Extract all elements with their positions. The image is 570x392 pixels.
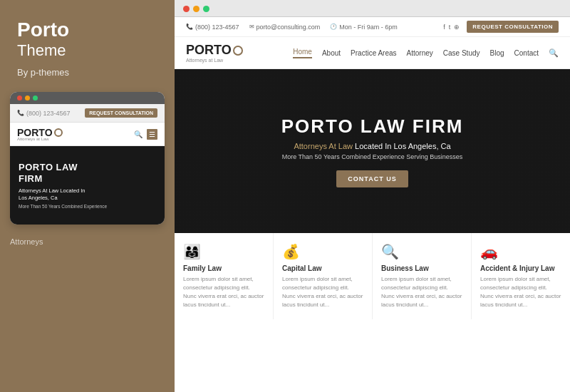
capital-law-title: Capital Law: [282, 264, 363, 272]
mobile-info-bar: 📞 (800) 123-4567 REQUEST CONSULTATION: [10, 104, 165, 123]
social-links: f t ⊕: [443, 24, 460, 31]
capital-law-icon: 💰: [282, 243, 363, 260]
browser-chrome: [175, 0, 570, 17]
mobile-logo-sub: Attorneys at Law: [17, 137, 63, 141]
request-consultation-button[interactable]: REQUEST CONSULTATION: [467, 21, 559, 33]
left-panel: Porto Theme By p-themes 📞 (800) 123-4567…: [0, 0, 175, 392]
instagram-icon[interactable]: ⊕: [454, 24, 460, 31]
mobile-dot-red: [17, 96, 22, 100]
nav-link-home[interactable]: Home: [293, 48, 312, 58]
by-line: By p-themes: [17, 67, 157, 78]
hero-title: PORTO LAW FIRM: [281, 115, 464, 138]
nav-bar: PORTO Attorneys at Law Home About Practi…: [175, 37, 570, 69]
service-card-accident: 🚗 Accident & Injury Law Lorem ipsum dolo…: [472, 233, 570, 319]
nav-link-contact[interactable]: Contact: [514, 49, 539, 57]
mobile-menu-icon[interactable]: ☰: [147, 129, 157, 140]
mobile-dot-green: [33, 96, 38, 100]
hours-info: 🕐 Mon - Fri 9am - 6pm: [330, 24, 398, 31]
mobile-browser-bar: [10, 92, 165, 104]
service-card-business: 🔍 Business Law Lorem ipsum dolor sit ame…: [373, 233, 472, 319]
mobile-phone-number: 📞 (800) 123-4567: [17, 110, 71, 117]
website-preview: 📞 (800) 123-4567 ✉ porto@consulting.com …: [175, 17, 570, 392]
hero-attorneys-text: Attorneys At Law: [294, 142, 353, 150]
capital-law-text: Lorem ipsum dolor sit amet, consectetur …: [282, 275, 363, 309]
logo-main: PORTO: [186, 43, 243, 58]
right-panel: 📞 (800) 123-4567 ✉ porto@consulting.com …: [175, 0, 570, 392]
nav-link-about[interactable]: About: [322, 49, 341, 57]
family-law-icon: 👨‍👩‍👧: [183, 243, 264, 260]
mobile-hero-subtitle: Attorneys At Law Located In Los Angeles,…: [19, 187, 156, 202]
business-law-icon: 🔍: [381, 243, 462, 260]
family-law-title: Family Law: [183, 264, 264, 272]
nav-link-casestudy[interactable]: Case Study: [443, 49, 480, 57]
email-info: ✉ porto@consulting.com: [249, 24, 321, 31]
mobile-search-icon[interactable]: 🔍: [134, 130, 142, 138]
hero-subtitle: Attorneys At Law Located In Los Angeles,…: [294, 142, 450, 150]
nav-link-blog[interactable]: Blog: [490, 49, 504, 57]
mobile-hero-description: More Than 50 Years Combined Experience: [19, 204, 156, 209]
business-law-text: Lorem ipsum dolor sit amet, consectetur …: [381, 275, 462, 309]
accident-law-title: Accident & Injury Law: [480, 264, 561, 272]
accident-law-text: Lorem ipsum dolor sit amet, consectetur …: [480, 275, 561, 309]
mobile-cta-button[interactable]: REQUEST CONSULTATION: [85, 108, 157, 118]
left-bottom-text: Attorneys: [0, 225, 175, 392]
phone-number: (800) 123-4567: [195, 24, 239, 31]
hours-text: Mon - Fri 9am - 6pm: [339, 24, 398, 31]
attorneys-label: Attorneys: [10, 237, 165, 246]
service-card-capital: 💰 Capital Law Lorem ipsum dolor sit amet…: [274, 233, 373, 319]
mobile-logo-circle: [54, 128, 63, 137]
logo-sub: Attorneys at Law: [186, 58, 243, 63]
clock-icon: 🕐: [330, 24, 337, 30]
logo-text: PORTO: [186, 43, 232, 58]
brand-name: Porto: [17, 20, 157, 40]
mobile-nav-icons: 🔍 ☰: [134, 129, 157, 140]
logo-circle: [233, 46, 243, 56]
mobile-hero-section: PORTO LAW FIRM Attorneys At Law Located …: [10, 146, 165, 225]
nav-link-attorney[interactable]: Attorney: [407, 49, 433, 57]
hero-cta-button[interactable]: CONTACT US: [336, 170, 408, 187]
nav-links: Home About Practice Areas Attorney Case …: [293, 48, 559, 58]
hero-description: More Than 50 Years Combined Experience S…: [282, 153, 462, 160]
hero-section: PORTO LAW FIRM Attorneys At Law Located …: [175, 69, 570, 233]
browser-dot-green[interactable]: [203, 6, 209, 12]
email-icon: ✉: [249, 24, 254, 30]
facebook-icon[interactable]: f: [443, 24, 445, 31]
phone-info: 📞 (800) 123-4567: [186, 24, 239, 31]
mobile-hero-title: PORTO LAW FIRM: [19, 162, 156, 184]
hero-location-text: Located In Los Angeles, Ca: [353, 142, 451, 150]
nav-link-practice[interactable]: Practice Areas: [351, 49, 396, 57]
mobile-logo-bar: PORTO Attorneys at Law 🔍 ☰: [10, 123, 165, 146]
business-law-title: Business Law: [381, 264, 462, 272]
accident-law-icon: 🚗: [480, 243, 561, 260]
service-card-family: 👨‍👩‍👧 Family Law Lorem ipsum dolor sit a…: [175, 233, 274, 319]
info-bar-left: 📞 (800) 123-4567 ✉ porto@consulting.com …: [186, 24, 398, 31]
mobile-dot-yellow: [25, 96, 30, 100]
browser-dot-yellow[interactable]: [193, 6, 200, 12]
browser-dot-red[interactable]: [183, 6, 190, 12]
twitter-icon[interactable]: t: [449, 24, 451, 31]
family-law-text: Lorem ipsum dolor sit amet, consectetur …: [183, 275, 264, 309]
search-icon[interactable]: 🔍: [549, 48, 559, 58]
mobile-preview-card: 📞 (800) 123-4567 REQUEST CONSULTATION PO…: [10, 92, 165, 225]
email-address: porto@consulting.com: [256, 24, 321, 31]
service-cards: 👨‍👩‍👧 Family Law Lorem ipsum dolor sit a…: [175, 233, 570, 319]
phone-icon: 📞: [186, 24, 193, 30]
info-bar-right: f t ⊕ REQUEST CONSULTATION: [443, 21, 559, 33]
brand-theme: Theme: [17, 41, 157, 60]
info-bar: 📞 (800) 123-4567 ✉ porto@consulting.com …: [175, 17, 570, 37]
site-logo: PORTO Attorneys at Law: [186, 43, 243, 63]
